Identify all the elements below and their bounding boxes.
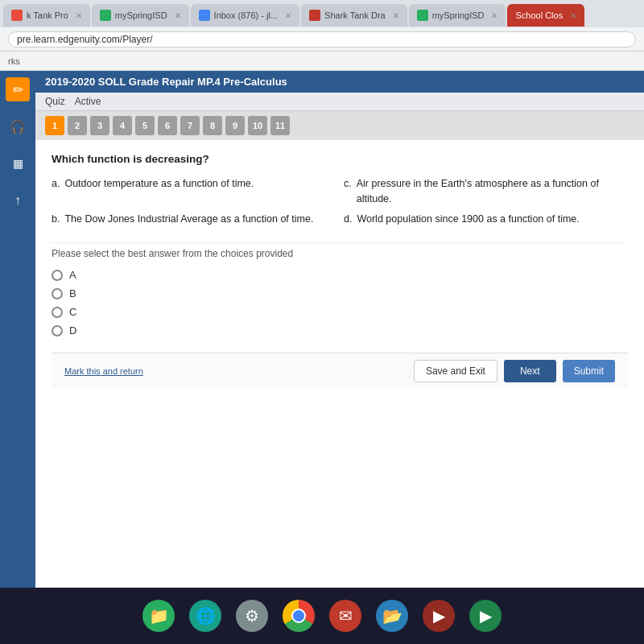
tab-close[interactable]: ✕	[570, 11, 576, 20]
folder-taskbar-icon[interactable]: 📂	[376, 600, 408, 632]
taskbar: 📁 🌐 ⚙ ✉ 📂 ▶ ▶	[0, 588, 644, 644]
question-number-2[interactable]: 2	[68, 116, 87, 135]
pencil-icon[interactable]: ✏	[6, 77, 30, 101]
radio-circle-b[interactable]	[52, 288, 63, 299]
answer-option-c: c. Air pressure in the Earth's atmospher…	[344, 176, 628, 207]
option-text-b: The Dow Jones Industrial Average as a fu…	[64, 212, 313, 227]
answer-option-b: b. The Dow Jones Industrial Average as a…	[52, 212, 336, 227]
tab-school-clos[interactable]: School Clos ✕	[507, 4, 584, 27]
tab-myspringisd-2[interactable]: mySpringISD ✕	[409, 4, 506, 27]
save-exit-button[interactable]: Save and Exit	[414, 360, 497, 382]
option-letter-d: d.	[344, 212, 352, 227]
toolbar-text: rks	[8, 56, 20, 66]
tab-close[interactable]: ✕	[393, 11, 399, 20]
question-number-9[interactable]: 9	[225, 116, 245, 135]
question-number-10[interactable]: 10	[248, 116, 267, 135]
option-letter-b: b.	[52, 212, 60, 227]
quiz-label: Quiz	[45, 96, 65, 107]
mail-taskbar-icon[interactable]: ✉	[329, 600, 361, 632]
question-numbers: 1 2 3 4 5 6 7 8 9 10 11	[35, 111, 644, 140]
bottom-bar: Mark this and return Save and Exit Next …	[52, 353, 628, 389]
files-taskbar-icon[interactable]: 📁	[142, 600, 175, 632]
radio-option-d[interactable]: D	[52, 324, 628, 336]
radio-option-b[interactable]: B	[52, 287, 628, 299]
option-text-d: World population since 1900 as a functio…	[357, 212, 579, 227]
tab-close[interactable]: ✕	[175, 11, 181, 20]
browser-toolbar: rks	[0, 52, 644, 71]
tab-favicon	[417, 10, 428, 21]
headphone-icon[interactable]: 🎧	[6, 114, 30, 138]
settings-taskbar-icon[interactable]: ⚙	[236, 600, 268, 632]
radio-label-c: C	[69, 306, 76, 318]
question-number-4[interactable]: 4	[113, 116, 132, 135]
tab-myspringisd-1[interactable]: mySpringISD ✕	[92, 4, 189, 27]
next-button[interactable]: Next	[504, 360, 556, 382]
calculator-icon[interactable]: ▦	[6, 151, 30, 175]
option-letter-c: c.	[344, 176, 352, 207]
question-number-7[interactable]: 7	[180, 116, 200, 135]
content-area: ✏ 🎧 ▦ ↑ 2019-2020 SOLL Grade Repair MP.4…	[0, 71, 644, 588]
address-input[interactable]: pre.learn.edgenuity.com/Player/	[8, 31, 636, 47]
tab-close[interactable]: ✕	[76, 11, 82, 20]
tab-shark-tank-dra[interactable]: Shark Tank Dra ✕	[301, 4, 407, 27]
course-header: 2019-2020 SOLL Grade Repair MP.4 Pre-Cal…	[35, 71, 644, 93]
question-content: Which function is decreasing? a. Outdoor…	[35, 140, 644, 402]
quiz-status-bar: Quiz Active	[35, 93, 644, 111]
tab-favicon	[11, 10, 23, 21]
mark-return-link[interactable]: Mark this and return	[64, 366, 143, 376]
quiz-container: 2019-2020 SOLL Grade Repair MP.4 Pre-Cal…	[35, 71, 644, 588]
tab-close[interactable]: ✕	[285, 11, 291, 20]
tab-label: Shark Tank Dra	[324, 10, 386, 20]
browser-tabs: k Tank Pro ✕ mySpringISD ✕ Inbox (876) -…	[0, 0, 644, 27]
question-number-6[interactable]: 6	[158, 116, 177, 135]
tab-favicon	[199, 10, 210, 21]
option-text-c: Air pressure in the Earth's atmosphere a…	[357, 176, 628, 207]
question-number-1[interactable]: 1	[45, 116, 64, 135]
up-arrow-icon[interactable]: ↑	[6, 188, 30, 213]
question-text: Which function is decreasing?	[52, 153, 628, 165]
radio-circle-d[interactable]	[52, 325, 63, 336]
tab-label: mySpringISD	[115, 10, 167, 20]
chrome-taskbar-icon[interactable]	[283, 600, 315, 632]
radio-option-c[interactable]: C	[52, 306, 628, 318]
tab-label: mySpringISD	[432, 10, 485, 20]
radio-option-a[interactable]: A	[52, 269, 628, 281]
play-taskbar-icon[interactable]: ▶	[469, 600, 502, 632]
tab-favicon	[309, 10, 320, 21]
option-letter-a: a.	[52, 176, 60, 207]
tab-inbox[interactable]: Inbox (876) - jl... ✕	[191, 4, 299, 27]
radio-label-b: B	[69, 287, 76, 299]
radio-label-d: D	[69, 324, 76, 336]
tab-label: k Tank Pro	[27, 10, 68, 20]
youtube-taskbar-icon[interactable]: ▶	[423, 600, 455, 632]
question-number-11[interactable]: 11	[270, 116, 290, 135]
tab-label: School Clos	[515, 10, 563, 20]
course-title: 2019-2020 SOLL Grade Repair MP.4 Pre-Cal…	[45, 76, 287, 88]
submit-button[interactable]: Submit	[563, 360, 615, 382]
tab-label: Inbox (876) - jl...	[214, 10, 278, 20]
answer-options-grid: a. Outdoor temperature as a function of …	[52, 176, 628, 226]
radio-circle-c[interactable]	[52, 307, 63, 318]
tab-shark-tank-pro[interactable]: k Tank Pro ✕	[3, 4, 90, 27]
instruction-text: Please select the best answer from the c…	[52, 242, 628, 259]
question-number-5[interactable]: 5	[135, 116, 155, 135]
quiz-status: Active	[75, 96, 101, 107]
question-number-8[interactable]: 8	[203, 116, 222, 135]
address-bar: pre.learn.edgenuity.com/Player/	[0, 27, 644, 52]
option-text-a: Outdoor temperature as a function of tim…	[64, 176, 254, 207]
tab-favicon	[100, 10, 111, 21]
browser-taskbar-icon[interactable]: 🌐	[189, 600, 221, 632]
answer-option-d: d. World population since 1900 as a func…	[344, 212, 628, 227]
sidebar: ✏ 🎧 ▦ ↑	[0, 71, 35, 588]
radio-label-a: A	[69, 269, 76, 281]
tab-close[interactable]: ✕	[491, 11, 497, 20]
question-number-3[interactable]: 3	[90, 116, 109, 135]
radio-options: A B C D	[52, 269, 628, 336]
bottom-buttons: Save and Exit Next Submit	[414, 360, 615, 382]
answer-option-a: a. Outdoor temperature as a function of …	[52, 176, 336, 207]
radio-circle-a[interactable]	[52, 270, 63, 281]
